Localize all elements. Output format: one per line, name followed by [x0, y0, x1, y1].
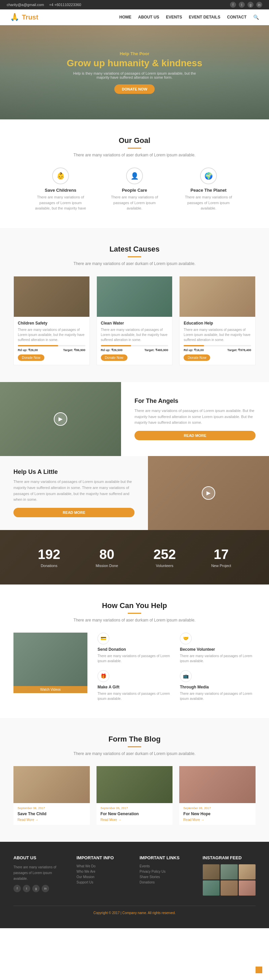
top-bar: charity@a@gmail.com +4 +601110223360 f t… — [0, 0, 269, 10]
nav-contact[interactable]: Contact — [227, 15, 247, 19]
search-icon[interactable]: 🔍 — [253, 14, 259, 20]
hero-title-humanity: humanity — [108, 58, 149, 68]
footer-twitter-icon[interactable]: t — [23, 885, 30, 892]
hero-description: Help is they many variations of passages… — [67, 71, 202, 80]
help-us-image: ▶ — [148, 456, 269, 530]
goal-icon-children: 👶 — [52, 167, 69, 184]
hero-section: Help The Poor Grow up humanity & kindnes… — [0, 25, 269, 119]
footer-important-info: Important Info What We Do Who We Are Our… — [76, 855, 130, 896]
footer-grid: About Us There are many variations of pa… — [13, 855, 256, 896]
logo-icon: 🙏 — [10, 13, 19, 22]
footer-link-2[interactable]: Privacy Policy Us — [140, 870, 193, 873]
blog-post-title-1: Save The Child — [18, 811, 86, 816]
google-icon[interactable]: g — [247, 2, 253, 8]
cause-card-1: Children Safety There are many variation… — [13, 276, 90, 365]
gift-title: Make A Gift — [97, 685, 173, 689]
stat-volunteers-number: 252 — [153, 547, 176, 562]
goal-icon-people: 👤 — [126, 167, 143, 184]
angels-title: For The Angels — [135, 398, 256, 404]
stat-mission-label: Mission Done — [96, 564, 118, 568]
help-options-grid: 💳 Send Donation There are many variation… — [97, 633, 256, 701]
stat-volunteers: 252 Volunteers — [153, 547, 176, 568]
footer-info-link-3[interactable]: Our Mission — [76, 875, 130, 879]
copyright-text: Copyright © 2017 | Company name. All rig… — [94, 911, 176, 915]
volunteer-title: Become Volunteer — [180, 647, 256, 652]
help-us-content: Help Us A Little There are many variatio… — [0, 456, 148, 530]
blog-read-more-3[interactable]: Read More → — [183, 818, 251, 822]
volunteer-desc: There are many variations of passages of… — [180, 654, 256, 663]
goal-item-people: 👤 People Care There are many variations … — [108, 167, 161, 211]
cause-donate-button-2[interactable]: Donate Now — [101, 355, 127, 361]
help-us-play-button[interactable]: ▶ — [202, 486, 215, 500]
footer-info-link-4[interactable]: Support Us — [76, 880, 130, 884]
goal-icon-planet: 🌍 — [200, 167, 217, 184]
footer-info-link-1[interactable]: What We Do — [76, 864, 130, 868]
help-volunteers-image: Watch Videos — [13, 633, 88, 693]
footer-link-4[interactable]: Donations — [140, 880, 193, 884]
blog-read-more-1[interactable]: Read More → — [18, 818, 86, 822]
gift-icon: 🎁 — [97, 670, 109, 682]
hero-title: Grow up humanity & kindness — [67, 58, 202, 68]
logo-text: Trust — [22, 13, 38, 21]
cause-image-2 — [97, 277, 172, 317]
linkedin-icon[interactable]: in — [256, 2, 262, 8]
cause-raised-3: Rd up: ₹16,00 — [184, 348, 204, 352]
hero-donate-button[interactable]: Donate Now — [114, 84, 155, 94]
insta-thumb-4[interactable] — [203, 880, 220, 896]
cause-donate-button-3[interactable]: Donate Now — [184, 355, 210, 361]
insta-thumb-2[interactable] — [221, 864, 238, 880]
blog-date-2: September 06, 2017 — [100, 807, 169, 810]
blog-read-more-2[interactable]: Read More → — [100, 818, 169, 822]
goal-desc-people: There are many variations of passages of… — [108, 194, 161, 211]
twitter-icon[interactable]: t — [239, 2, 245, 8]
insta-thumb-5[interactable] — [221, 880, 238, 896]
angels-description: There are many variations of passages of… — [135, 408, 256, 426]
cause-progress-bar-3 — [184, 345, 251, 347]
insta-thumb-3[interactable] — [239, 864, 256, 880]
causes-description: There are many variations of aser durkam… — [51, 261, 218, 266]
top-bar-social[interactable]: f t g in — [230, 2, 262, 8]
footer-copyright: Copyright © 2017 | Company name. All rig… — [13, 906, 256, 915]
help-option-volunteer: 🤝 Become Volunteer There are many variat… — [180, 633, 256, 663]
goal-title-planet: Peace The Planet — [181, 188, 236, 193]
blog-body-2: September 06, 2017 For New Generation Re… — [97, 803, 173, 825]
blog-card-1: September 06, 2017 Save The Child Read M… — [13, 766, 90, 825]
nav-home[interactable]: Home — [119, 15, 132, 19]
angels-image: ▶ — [0, 382, 121, 456]
insta-thumb-1[interactable] — [203, 864, 220, 880]
cause-progress-fill-1 — [18, 345, 58, 347]
media-icon: 📺 — [180, 670, 192, 682]
logo[interactable]: 🙏 Trust — [10, 13, 38, 22]
hero-subtitle-highlight: Poor — [139, 51, 149, 56]
stat-mission-number: 80 — [96, 547, 118, 562]
footer-linkedin-icon[interactable]: in — [42, 885, 49, 892]
cause-meta-3: Rd up: ₹16,00 Target: ₹978,400 — [184, 348, 251, 352]
cause-raised-1: Rd up: ₹26,00 — [18, 348, 38, 352]
angels-play-button[interactable]: ▶ — [54, 412, 67, 426]
nav-events[interactable]: Events — [166, 15, 182, 19]
footer-link-3[interactable]: Share Stories — [140, 875, 193, 879]
cause-donate-button-1[interactable]: Donate Now — [18, 355, 45, 361]
stat-projects-number: 17 — [211, 547, 231, 562]
insta-thumb-6[interactable] — [239, 880, 256, 896]
footer-info-link-2[interactable]: Who We Are — [76, 870, 130, 873]
donation-icon: 💳 — [97, 633, 109, 644]
footer-link-1[interactable]: Events — [140, 864, 193, 868]
stat-mission: 80 Mission Done — [96, 547, 118, 568]
help-option-donation: 💳 Send Donation There are many variation… — [97, 633, 173, 663]
angels-read-more-button[interactable]: Read More — [135, 431, 256, 440]
help-divider — [128, 613, 141, 614]
footer-facebook-icon[interactable]: f — [13, 885, 21, 892]
donation-title: Send Donation — [97, 647, 173, 652]
goal-title-people: People Care — [108, 188, 161, 193]
cause-target-3: Target: ₹978,400 — [227, 348, 251, 352]
goal-item-children: 👶 Save Childrens There are many variatio… — [33, 167, 88, 211]
nav-event-details[interactable]: Event Details — [189, 15, 220, 19]
nav-about[interactable]: About Us — [138, 15, 159, 19]
hero-title-kindness: kindness — [161, 58, 202, 68]
footer-google-icon[interactable]: g — [32, 885, 40, 892]
instagram-grid — [203, 864, 256, 896]
help-us-read-more-button[interactable]: Read More — [13, 508, 135, 517]
blog-date-3: September 06, 2017 — [183, 807, 251, 810]
facebook-icon[interactable]: f — [230, 2, 236, 8]
